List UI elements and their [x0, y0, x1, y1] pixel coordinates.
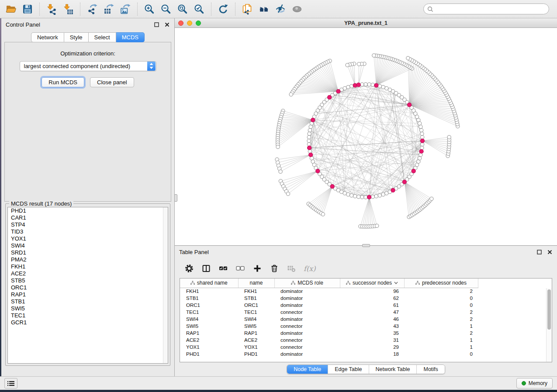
graph-hub-node[interactable]: [420, 139, 424, 143]
fit-content-button[interactable]: [174, 2, 191, 17]
graph-hub-node[interactable]: [316, 169, 320, 173]
graph-node[interactable]: [375, 224, 379, 227]
graph-node[interactable]: [307, 135, 311, 139]
graph-node[interactable]: [346, 63, 349, 67]
graph-node[interactable]: [307, 139, 311, 142]
graph-hub-node[interactable]: [356, 83, 360, 87]
graph-node[interactable]: [357, 195, 360, 199]
graph-node[interactable]: [430, 197, 433, 200]
network-canvas[interactable]: [175, 28, 557, 245]
graph-node[interactable]: [346, 85, 350, 89]
graph-hub-node[interactable]: [330, 184, 334, 188]
graph-hub-node[interactable]: [307, 146, 311, 150]
table-scrollbar[interactable]: [546, 288, 552, 362]
mcds-result-list[interactable]: PHD1CAR1STP4TID3YOX1SWI4SRD1PMA2FKH1ACE2…: [7, 207, 168, 364]
mcds-result-item[interactable]: ACE2: [8, 270, 168, 277]
graph-node[interactable]: [343, 86, 346, 90]
delete-column-icon[interactable]: [270, 264, 279, 273]
table-cell[interactable]: SWI4: [238, 316, 274, 323]
table-cell[interactable]: dominator: [274, 288, 340, 295]
mcds-result-item[interactable]: ORC1: [8, 284, 168, 291]
mcds-result-item[interactable]: STB5: [8, 277, 168, 284]
tab-mcds[interactable]: MCDS: [116, 32, 145, 42]
first-neighbors-button[interactable]: [256, 2, 272, 17]
graph-node[interactable]: [371, 195, 374, 199]
hide-selected-button[interactable]: [272, 2, 289, 17]
table-row[interactable]: SWI5SWI5connector431: [180, 323, 478, 330]
table-cell[interactable]: 2: [404, 316, 478, 323]
optimization-criterion-select[interactable]: largest connected component (undirected): [20, 61, 156, 71]
add-column-icon[interactable]: [253, 264, 262, 273]
graph-node[interactable]: [308, 150, 311, 153]
mcds-result-item[interactable]: STB1: [8, 298, 168, 305]
graph-node[interactable]: [419, 128, 423, 132]
show-column-icon[interactable]: [201, 264, 211, 273]
table-row[interactable]: RAP1RAP1dominator352: [180, 330, 478, 337]
graph-node[interactable]: [309, 125, 312, 128]
column-header-mcds-role[interactable]: MCDS role: [274, 279, 340, 288]
table-cell[interactable]: SWI5: [238, 323, 274, 330]
graph-node[interactable]: [419, 125, 422, 128]
graph-node[interactable]: [367, 83, 371, 86]
table-cell[interactable]: YOX1: [238, 344, 274, 351]
mcds-result-item[interactable]: STP4: [8, 221, 168, 228]
mcds-result-item[interactable]: FKH1: [8, 263, 168, 270]
table-row[interactable]: YOX1YOX1connector291: [180, 344, 478, 351]
table-cell[interactable]: ORC1: [180, 302, 238, 309]
table-row[interactable]: PHD1PHD1dominator180: [180, 351, 478, 358]
table-cell[interactable]: 2: [404, 309, 478, 316]
graph-node[interactable]: [420, 146, 424, 150]
graph-node[interactable]: [419, 153, 422, 157]
mcds-result-item[interactable]: YOX1: [8, 235, 168, 242]
graph-node[interactable]: [415, 163, 419, 166]
horizontal-splitter-handle[interactable]: [362, 244, 370, 247]
close-panel-icon[interactable]: [164, 21, 170, 28]
table-cell[interactable]: dominator: [274, 351, 340, 358]
table-cell[interactable]: RAP1: [180, 330, 238, 337]
table-scrollbar-thumb[interactable]: [547, 289, 551, 330]
tab-network-table[interactable]: Network Table: [369, 365, 417, 374]
mcds-result-item[interactable]: TID3: [8, 228, 168, 235]
table-cell[interactable]: ACE2: [180, 337, 238, 344]
zoom-selected-button[interactable]: [191, 2, 208, 17]
table-cell[interactable]: 18: [340, 351, 404, 358]
column-header-successor-nodes[interactable]: successor nodes: [340, 279, 404, 288]
graph-node[interactable]: [340, 190, 343, 193]
graph-node[interactable]: [374, 194, 378, 198]
graph-node[interactable]: [406, 56, 410, 60]
table-cell[interactable]: 1: [404, 323, 478, 330]
export-table-button[interactable]: [100, 2, 117, 17]
zoom-out-button[interactable]: [158, 2, 174, 17]
deselect-all-rows-icon[interactable]: [235, 264, 245, 273]
settings-gear-icon[interactable]: [184, 264, 194, 273]
table-cell[interactable]: STB1: [180, 295, 238, 302]
graph-node[interactable]: [418, 121, 421, 125]
table-cell[interactable]: 61: [340, 302, 404, 309]
task-history-button[interactable]: [4, 378, 17, 389]
table-cell[interactable]: FKH1: [180, 288, 238, 295]
export-network-button[interactable]: [84, 2, 100, 17]
table-cell[interactable]: ORC1: [238, 302, 274, 309]
table-cell[interactable]: RAP1: [238, 330, 274, 337]
mcds-result-item[interactable]: SRD1: [8, 249, 168, 256]
export-image-button[interactable]: [117, 2, 134, 17]
mcds-result-item[interactable]: CAR1: [8, 214, 168, 221]
close-panel-button[interactable]: Close panel: [90, 77, 134, 87]
graph-node[interactable]: [279, 170, 282, 173]
graph-hub-node[interactable]: [311, 118, 315, 122]
table-cell[interactable]: 31: [340, 337, 404, 344]
table-row[interactable]: TEC1TEC1connector472: [180, 309, 478, 316]
show-all-button[interactable]: [289, 2, 305, 17]
graph-node[interactable]: [381, 193, 385, 196]
graph-node[interactable]: [420, 132, 424, 135]
table-cell[interactable]: 62: [340, 295, 404, 302]
column-header-predecessor-nodes[interactable]: predecessor nodes: [404, 279, 478, 288]
graph-hub-node[interactable]: [328, 95, 332, 99]
graph-node[interactable]: [360, 195, 364, 199]
graph-node[interactable]: [421, 143, 424, 146]
open-file-button[interactable]: [3, 2, 19, 17]
graph-node[interactable]: [378, 194, 381, 197]
column-header-shared-name[interactable]: shared name: [180, 279, 238, 288]
mcds-result-item[interactable]: PHD1: [8, 207, 168, 214]
mcds-result-item[interactable]: RAP1: [8, 291, 168, 298]
